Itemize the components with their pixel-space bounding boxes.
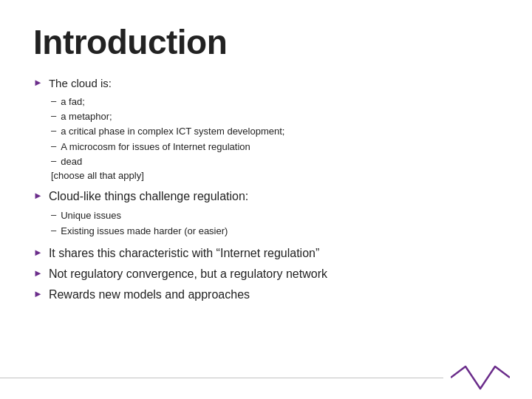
sub-text-1-4: dead [61, 155, 82, 168]
slide-title: Introduction [33, 22, 499, 62]
bottom-line [0, 378, 443, 379]
bullet-arrow-5: ► [33, 288, 43, 299]
sub-text-2-1: Existing issues made harder (or easier) [61, 225, 228, 238]
main-bullet-2: Rewards new models and approaches [49, 287, 250, 303]
list-item: ► Rewards new models and approaches [33, 287, 499, 303]
list-item: – a critical phase in complex ICT system… [51, 125, 499, 138]
main-bullet-1: Not regulatory convergence, but a regula… [49, 266, 327, 282]
list-item: – Unique issues [51, 209, 499, 222]
list-item: – dead [51, 155, 499, 168]
list-item: – A microcosm for issues of Internet reg… [51, 140, 499, 154]
choose-note: [choose all that apply] [51, 170, 499, 181]
main-bullet-0: It shares this characteristic with “Inte… [49, 245, 319, 262]
bullet-arrow-4: ► [33, 267, 43, 279]
main-bullets: ► It shares this characteristic with “In… [33, 245, 499, 304]
bullet-arrow-2: ► [33, 190, 43, 201]
bullet-text-2: Cloud-like things challenge regulation: [49, 188, 248, 205]
list-item: ► It shares this characteristic with “In… [33, 245, 499, 262]
sub-list-2: – Unique issues – Existing issues made h… [51, 209, 499, 237]
sub-text-1-1: a metaphor; [61, 110, 112, 123]
list-item: ► Not regulatory convergence, but a regu… [33, 266, 499, 282]
slide: Introduction ► The cloud is: – a fad; – … [0, 0, 532, 399]
sub-text-1-0: a fad; [61, 95, 85, 109]
bullet-text-1: The cloud is: [49, 75, 112, 91]
sub-text-2-0: Unique issues [61, 209, 121, 222]
bottom-wave-icon [451, 363, 510, 395]
bullet-cloud-challenge: ► Cloud-like things challenge regulation… [33, 188, 499, 238]
list-item: – a fad; [51, 95, 499, 109]
sub-list-1: – a fad; – a metaphor; – a critical phas… [51, 95, 499, 168]
sub-text-1-3: A microcosm for issues of Internet regul… [61, 140, 250, 154]
sub-text-1-2: a critical phase in complex ICT system d… [61, 125, 284, 138]
list-item: – Existing issues made harder (or easier… [51, 225, 499, 238]
list-item: – a metaphor; [51, 110, 499, 123]
bullet-arrow-1: ► [33, 77, 43, 88]
bottom-decoration [0, 362, 532, 399]
bullet-cloud-is: ► The cloud is: – a fad; – a metaphor; –… [33, 75, 499, 181]
bullet-arrow-3: ► [33, 247, 43, 258]
